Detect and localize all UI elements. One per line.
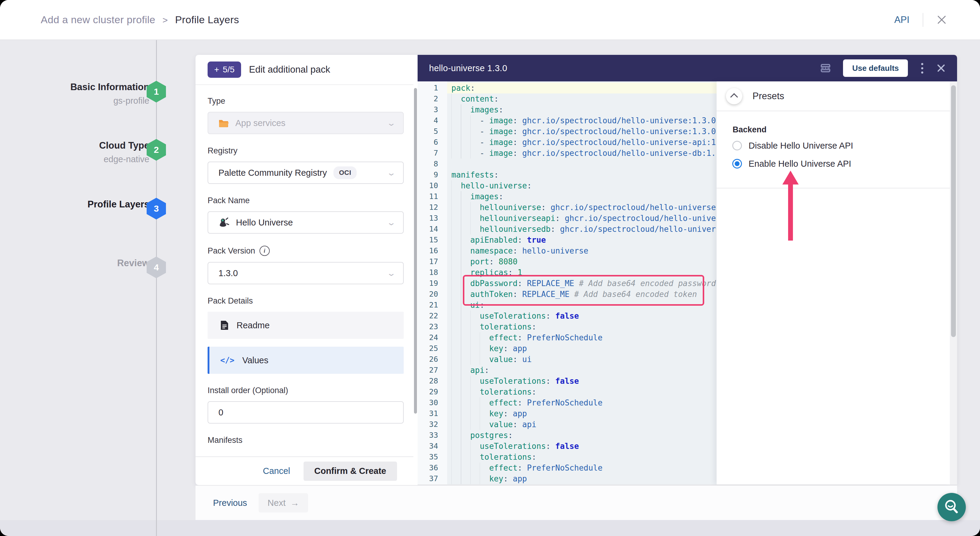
readme-tab[interactable]: Readme xyxy=(208,312,404,339)
step-hexagon-3[interactable]: 3 xyxy=(146,198,166,219)
cancel-button[interactable]: Cancel xyxy=(263,466,290,476)
indent-guides xyxy=(451,332,489,343)
next-button[interactable]: Next → xyxy=(259,493,309,512)
pack-form-body: Type App services ⌄ Registry Palette Com… xyxy=(196,85,414,457)
step-number: 4 xyxy=(154,262,159,273)
step-hexagon-4[interactable]: 4 xyxy=(146,257,166,278)
pack-icon xyxy=(218,217,229,228)
code-token: api xyxy=(470,366,485,375)
line-number: 11 xyxy=(418,191,447,202)
radio-option-disable-api[interactable]: Disable Hello Universe API xyxy=(717,140,950,152)
code-token: : xyxy=(550,225,555,234)
values-tab[interactable]: </> Values xyxy=(208,347,404,374)
code-editor[interactable]: pack:content:images:- image: ghcr.io/spe… xyxy=(447,81,717,484)
form-scrollbar[interactable] xyxy=(414,55,418,485)
code-line: tolerations: xyxy=(447,387,717,397)
diff-view-icon[interactable] xyxy=(820,63,831,73)
stepper-step-review[interactable]: Review xyxy=(0,256,150,270)
indent-guides xyxy=(451,376,480,387)
line-number: 34 xyxy=(418,441,447,452)
code-line: postgres: xyxy=(447,430,717,441)
indent-guides xyxy=(451,256,470,267)
stepper-step-cloud-type[interactable]: Cloud Type edge-native xyxy=(0,139,150,166)
line-number: 2 xyxy=(418,94,447,104)
use-defaults-button[interactable]: Use defaults xyxy=(843,59,908,77)
pack-version-value: 1.3.0 xyxy=(218,268,238,278)
arrow-shaft xyxy=(788,184,793,241)
code-line: effect: PreferNoSchedule xyxy=(447,332,717,343)
step-hexagon-1[interactable]: 1 xyxy=(146,81,166,103)
line-number: 21 xyxy=(418,300,447,311)
code-token: - xyxy=(480,138,489,147)
registry-select[interactable]: Palette Community Registry OCI ⌄ xyxy=(208,162,404,184)
pack-name-label: Pack Name xyxy=(208,196,404,205)
code-token: app xyxy=(508,409,527,418)
stepper-step-basic-information[interactable]: Basic Information gs-profile xyxy=(0,80,150,108)
code-token: # Add base64 encoded password xyxy=(579,279,716,288)
pack-version-label-text: Pack Version xyxy=(208,246,255,255)
code-token: key xyxy=(489,474,503,483)
collapse-presets-button[interactable] xyxy=(726,88,742,104)
code-line: effect: PreferNoSchedule xyxy=(447,463,717,473)
stepper-step-profile-layers[interactable]: Profile Layers xyxy=(0,197,150,211)
code-token: image xyxy=(489,149,512,158)
code-token: REPLACE_ME xyxy=(522,279,579,288)
radio-label: Disable Hello Universe API xyxy=(749,141,853,151)
form-footer: Cancel Confirm & Create xyxy=(196,457,414,485)
info-icon[interactable]: i xyxy=(259,246,270,256)
indent-guides xyxy=(451,126,480,137)
confirm-create-button[interactable]: Confirm & Create xyxy=(304,461,398,481)
code-token: : xyxy=(513,138,518,147)
radio-unselected-icon[interactable] xyxy=(732,141,742,151)
code-token: key xyxy=(489,344,503,353)
type-select[interactable]: App services ⌄ xyxy=(208,112,404,134)
code-line: - image: ghcr.io/spectrocloud/hello-univ… xyxy=(447,148,717,159)
code-token: useTolerations xyxy=(480,311,546,320)
editor-scrollbar-thumb[interactable] xyxy=(951,85,956,337)
code-token: authToken xyxy=(470,290,513,299)
document-icon xyxy=(220,320,229,330)
pack-version-select[interactable]: 1.3.0 ⌄ xyxy=(208,262,404,284)
code-token: : xyxy=(503,344,508,353)
form-scrollbar-thumb[interactable] xyxy=(414,88,417,414)
kebab-menu-icon[interactable] xyxy=(920,62,924,75)
code-token: effect xyxy=(489,463,517,473)
code-line: apiEnabled: true xyxy=(447,235,717,246)
code-token: effect xyxy=(489,398,517,407)
pack-count-badge: + 5/5 xyxy=(208,62,241,78)
breadcrumb: Add a new cluster profile > Profile Laye… xyxy=(41,14,239,25)
radio-selected-icon[interactable] xyxy=(732,159,742,168)
readme-label: Readme xyxy=(237,320,270,330)
indent-guides xyxy=(451,463,489,473)
editor-scrollbar[interactable] xyxy=(950,81,957,484)
previous-button[interactable]: Previous xyxy=(213,498,247,508)
pack-form-panel: + 5/5 Edit additional pack Type App serv… xyxy=(196,55,414,485)
code-token: PreferNoSchedule xyxy=(522,333,603,342)
code-token: : xyxy=(513,420,518,429)
close-icon[interactable] xyxy=(937,15,947,25)
code-token: : xyxy=(531,387,536,396)
code-token: port xyxy=(470,257,489,266)
editor-panel: hello-universe 1.3.0 Use defaults 123456… xyxy=(418,55,957,485)
breadcrumb-separator: > xyxy=(162,15,168,25)
line-number: 18 xyxy=(418,267,447,278)
editor-close-icon[interactable] xyxy=(937,63,946,73)
code-token: : xyxy=(503,409,508,418)
breadcrumb-parent[interactable]: Add a new cluster profile xyxy=(41,14,155,25)
line-number: 23 xyxy=(418,321,447,332)
code-token: : xyxy=(513,246,518,255)
chevron-down-icon: ⌄ xyxy=(387,168,396,178)
step-hexagon-2[interactable]: 2 xyxy=(146,139,166,161)
indent-guides xyxy=(451,397,489,408)
radio-option-enable-api[interactable]: Enable Hello Universe API xyxy=(717,158,950,170)
line-number: 22 xyxy=(418,311,447,321)
search-fab-button[interactable] xyxy=(937,493,966,521)
pack-name-select[interactable]: Hello Universe ⌄ xyxy=(208,211,404,234)
line-number: 3 xyxy=(418,104,447,115)
code-line: key: app xyxy=(447,473,717,484)
code-token: api xyxy=(517,420,536,429)
api-link[interactable]: API xyxy=(894,14,909,25)
line-number: 32 xyxy=(418,419,447,430)
indent-guides xyxy=(451,148,480,159)
install-order-input[interactable]: 0 xyxy=(208,401,404,423)
